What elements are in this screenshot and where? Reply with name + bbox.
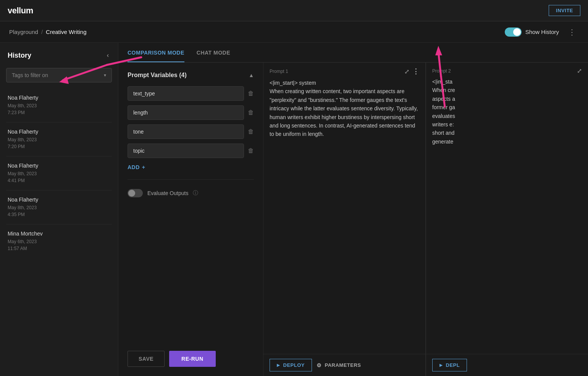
- breadcrumb-bar: Playground / Creative Writing Show Histo…: [0, 21, 588, 43]
- tab-chat-mode[interactable]: CHAT MODE: [197, 44, 230, 62]
- deploy-2-button[interactable]: ▶ DEPL: [432, 359, 467, 371]
- invite-button[interactable]: INVITE: [549, 5, 580, 16]
- history-item-name: Noa Flaherty: [8, 163, 110, 169]
- prompt-2-panel: Prompt 2 ⤢ <|im_sta When cre aspects a f…: [426, 63, 588, 376]
- variables-panel: Prompt Variables (4) ▲ 🗑 🗑 🗑: [118, 63, 263, 376]
- prompt-2-actions: ⤢: [577, 67, 582, 74]
- breadcrumb-separator: /: [41, 29, 43, 35]
- breadcrumb-current: Creative Writing: [46, 29, 86, 35]
- breadcrumb: Playground / Creative Writing: [9, 29, 86, 35]
- variable-row: 🗑: [128, 86, 254, 101]
- tabs-bar: COMPARISON MODE CHAT MODE: [118, 43, 588, 63]
- play-icon: ▶: [277, 363, 280, 367]
- variable-row: 🗑: [128, 124, 254, 139]
- history-item-name: Noa Flaherty: [8, 197, 110, 203]
- list-item[interactable]: Mina Mortchev May 6th, 2023 11:57 AM: [6, 224, 112, 258]
- history-item-date: May 8th, 2023 7:20 PM: [8, 136, 110, 150]
- prompts-area: Prompt 1 ⤢ ⋮ <|im_start|> system When cr…: [263, 63, 588, 376]
- variable-input-text-type[interactable]: [128, 86, 244, 101]
- delete-variable-icon[interactable]: 🗑: [248, 147, 254, 154]
- prompt-1-content[interactable]: <|im_start|> system When creating writte…: [270, 79, 419, 139]
- delete-variable-icon[interactable]: 🗑: [248, 90, 254, 97]
- delete-variable-icon[interactable]: 🗑: [248, 109, 254, 116]
- prompt-2-footer: ▶ DEPL: [426, 354, 588, 376]
- history-item-name: Noa Flaherty: [8, 129, 110, 135]
- sidebar: History ‹ Tags to filter on ▾ Noa Flaher…: [0, 43, 118, 376]
- sidebar-collapse-button[interactable]: ‹: [105, 50, 110, 60]
- prompt-2-text-area: <|im_sta When cre aspects a former ga ev…: [426, 77, 588, 354]
- add-variable-button[interactable]: ADD +: [128, 164, 254, 170]
- add-variable-label: ADD: [128, 164, 140, 170]
- tab-comparison-mode[interactable]: COMPARISON MODE: [128, 44, 184, 62]
- prompt-2-header: Prompt 2 ⤢: [426, 63, 588, 77]
- history-item-date: May 8th, 2023 4:35 PM: [8, 204, 110, 218]
- parameters-label: PARAMETERS: [325, 362, 361, 368]
- prompt-1-actions: ⤢ ⋮: [404, 67, 419, 76]
- prompt-1-footer: ▶ DEPLOY ⚙ PARAMETERS: [263, 354, 425, 376]
- history-item-name: Mina Mortchev: [8, 231, 110, 237]
- sidebar-title: History: [8, 52, 31, 60]
- info-icon[interactable]: ⓘ: [193, 190, 198, 197]
- show-history-toggle[interactable]: Show History: [505, 27, 559, 37]
- top-nav: vellum INVITE: [0, 0, 588, 21]
- deploy-label: DEPLOY: [283, 362, 305, 368]
- list-item[interactable]: Noa Flaherty May 8th, 2023 4:35 PM: [6, 190, 112, 224]
- prompt-1-label: Prompt 1: [270, 69, 288, 74]
- list-item[interactable]: Noa Flaherty May 8th, 2023 7:20 PM: [6, 123, 112, 157]
- variable-input-tone[interactable]: [128, 124, 244, 139]
- rerun-button[interactable]: RE-RUN: [169, 351, 215, 367]
- prompt-2-content[interactable]: <|im_sta When cre aspects a former ga ev…: [432, 77, 582, 146]
- prompt-variables-title: Prompt Variables (4): [128, 72, 187, 79]
- evaluate-outputs-row: Evaluate Outputs ⓘ: [128, 189, 254, 197]
- variable-row: 🗑: [128, 105, 254, 120]
- variable-input-length[interactable]: [128, 105, 244, 120]
- chevron-down-icon: ▾: [104, 73, 106, 78]
- list-item[interactable]: Noa Flaherty May 8th, 2023 7:23 PM: [6, 89, 112, 123]
- variables-collapse-icon[interactable]: ▲: [249, 72, 254, 78]
- prompt-2-label: Prompt 2: [432, 68, 451, 74]
- gear-icon: ⚙: [317, 362, 322, 368]
- deploy-2-label: DEPL: [446, 362, 460, 368]
- action-buttons: SAVE RE-RUN: [128, 342, 254, 367]
- prompt-1-text-area: <|im_start|> system When creating writte…: [263, 79, 425, 354]
- expand-icon[interactable]: ⤢: [404, 68, 409, 75]
- plus-icon: +: [142, 164, 145, 170]
- show-history-label: Show History: [525, 29, 559, 35]
- main-content: Prompt Variables (4) ▲ 🗑 🗑 🗑: [118, 63, 588, 376]
- breadcrumb-parent[interactable]: Playground: [9, 29, 38, 35]
- prompt-1-header: Prompt 1 ⤢ ⋮: [263, 63, 425, 79]
- divider: [128, 179, 254, 180]
- more-options-icon[interactable]: ⋮: [412, 67, 419, 76]
- history-item-date: May 8th, 2023 4:41 PM: [8, 170, 110, 184]
- sidebar-header: History ‹: [0, 43, 118, 65]
- variable-row: 🗑: [128, 144, 254, 158]
- history-item-date: May 8th, 2023 7:23 PM: [8, 102, 110, 116]
- save-button[interactable]: SAVE: [128, 351, 165, 367]
- expand-icon[interactable]: ⤢: [577, 67, 582, 74]
- deploy-button[interactable]: ▶ DEPLOY: [270, 359, 312, 371]
- tags-filter-dropdown[interactable]: Tags to filter on ▾: [6, 68, 112, 82]
- history-item-name: Noa Flaherty: [8, 95, 110, 101]
- variable-input-topic[interactable]: [128, 144, 244, 158]
- play-icon: ▶: [439, 363, 443, 367]
- history-item-date: May 6th, 2023 11:57 AM: [8, 238, 110, 252]
- list-item[interactable]: Noa Flaherty May 8th, 2023 4:41 PM: [6, 157, 112, 190]
- history-list: Noa Flaherty May 8th, 2023 7:23 PM Noa F…: [0, 89, 118, 376]
- delete-variable-icon[interactable]: 🗑: [248, 128, 254, 135]
- content-area: COMPARISON MODE CHAT MODE Prompt Variabl…: [118, 43, 588, 376]
- prompt-variables-header: Prompt Variables (4) ▲: [128, 72, 254, 79]
- breadcrumb-right: Show History ⋮: [505, 26, 579, 38]
- evaluate-outputs-toggle[interactable]: [128, 189, 143, 197]
- main-layout: History ‹ Tags to filter on ▾ Noa Flaher…: [0, 43, 588, 376]
- app-logo: vellum: [8, 6, 33, 16]
- prompt-1-panel: Prompt 1 ⤢ ⋮ <|im_start|> system When cr…: [263, 63, 426, 376]
- more-options-button[interactable]: ⋮: [565, 26, 579, 38]
- parameters-button[interactable]: ⚙ PARAMETERS: [317, 362, 361, 368]
- evaluate-outputs-label: Evaluate Outputs: [147, 190, 188, 196]
- history-toggle-switch[interactable]: [505, 27, 522, 37]
- tags-filter-label: Tags to filter on: [12, 72, 48, 78]
